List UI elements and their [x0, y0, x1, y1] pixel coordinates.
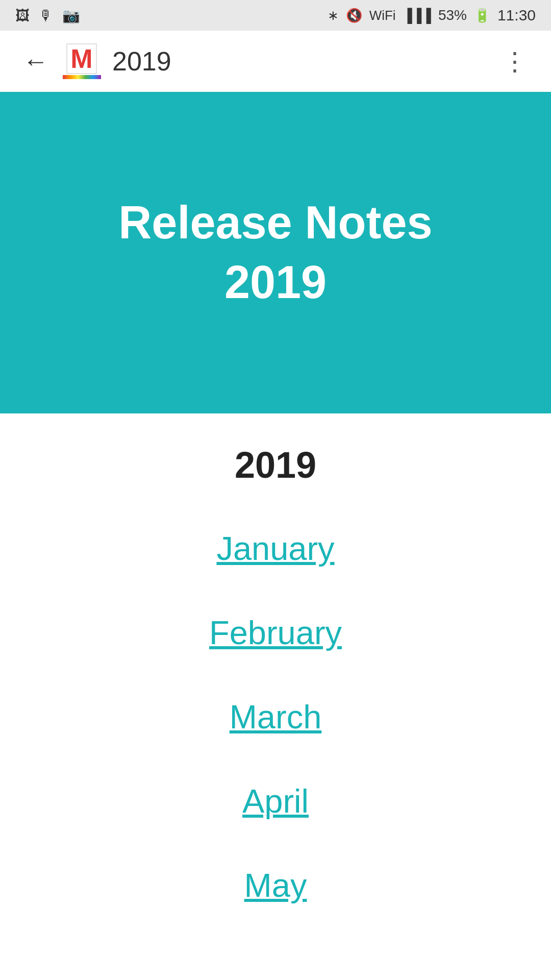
content-section: 2019 January February March April May [0, 413, 551, 980]
hero-title-line1: Release Notes [118, 197, 432, 248]
app-logo: M [61, 41, 102, 82]
logo-letter: M [66, 43, 96, 74]
signal-icon: ▐▐▐ [403, 8, 431, 23]
time-display: 11:30 [497, 7, 536, 24]
hero-title: Release Notes 2019 [118, 193, 432, 312]
month-link-january[interactable]: January [0, 506, 551, 591]
status-bar: 🖼 🎙 📷 ∗ 🔇 WiFi ▐▐▐ 53% 🔋 11:30 [0, 0, 551, 31]
overflow-menu-button[interactable]: ⋮ [495, 41, 536, 82]
month-link-march[interactable]: March [0, 675, 551, 759]
month-link-february[interactable]: February [0, 591, 551, 675]
hero-title-line2: 2019 [224, 257, 327, 308]
month-list: January February March April May [0, 506, 551, 927]
overflow-menu-icon: ⋮ [502, 46, 529, 76]
app-logo-container: M 2019 [61, 41, 495, 82]
mute-icon: 🔇 [346, 8, 362, 23]
year-heading: 2019 [0, 444, 551, 486]
battery-icon: 🔋 [474, 8, 490, 23]
month-link-may[interactable]: May [0, 843, 551, 927]
back-arrow-icon: ← [23, 46, 48, 76]
app-bar-title: 2019 [112, 46, 171, 77]
hero-section: Release Notes 2019 [0, 92, 551, 413]
screenshot-icon: 🖼 [15, 7, 30, 24]
wifi-icon: WiFi [369, 8, 396, 23]
month-link-april[interactable]: April [0, 759, 551, 843]
battery-percentage: 53% [438, 7, 467, 23]
bluetooth-icon: ∗ [328, 8, 339, 23]
app-bar: ← M 2019 ⋮ [0, 31, 551, 92]
back-button[interactable]: ← [15, 41, 56, 82]
status-bar-left-icons: 🖼 🎙 📷 [15, 7, 80, 24]
status-bar-right-icons: ∗ 🔇 WiFi ▐▐▐ 53% 🔋 11:30 [328, 7, 536, 24]
logo-rainbow-bar [63, 75, 101, 79]
podcast-icon: 🎙 [39, 7, 53, 24]
cast-icon: 📷 [62, 7, 80, 24]
